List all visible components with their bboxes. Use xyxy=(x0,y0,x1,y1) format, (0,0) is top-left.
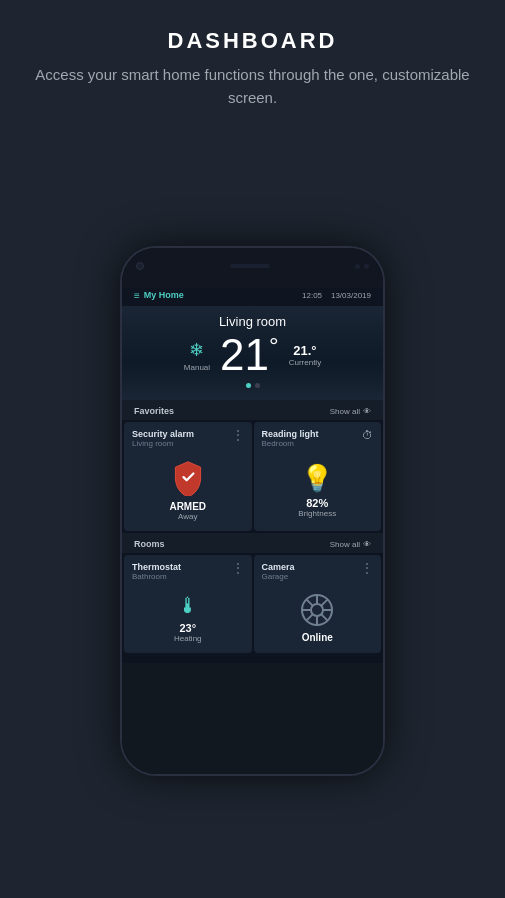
current-temp-label: Currently xyxy=(289,358,321,367)
thermostat-value: 23° xyxy=(179,622,196,634)
dots-indicator xyxy=(246,383,260,388)
aperture-svg xyxy=(299,592,335,628)
dot-inactive xyxy=(255,383,260,388)
phone-wrapper: ≡ My Home 12:05 13/03/2019 Living room ❄… xyxy=(120,124,385,898)
svg-line-9 xyxy=(307,614,313,620)
app-logo-icon: ≡ xyxy=(134,290,140,301)
temp-row: ❄ Manual 21° 21.° Currently xyxy=(184,333,321,377)
light-card-header: Reading light Bedroom ⏱ xyxy=(254,422,382,451)
page-subtitle: Access your smart home functions through… xyxy=(30,64,475,109)
page-header: DASHBOARD Access your smart home functio… xyxy=(0,0,505,119)
reading-light-card[interactable]: Reading light Bedroom ⏱ 💡 82% Brightness xyxy=(254,422,382,531)
mode-col: ❄ Manual xyxy=(184,339,210,372)
bottom-safe xyxy=(122,655,383,663)
camera-menu-icon[interactable]: ⋮ xyxy=(361,562,373,574)
weather-section: Living room ❄ Manual 21° 21.° Currently xyxy=(122,306,383,400)
page-title: DASHBOARD xyxy=(30,28,475,54)
shield-icon-wrap xyxy=(169,459,207,497)
current-temp-col: 21.° Currently xyxy=(289,343,321,367)
clock-icon[interactable]: ⏱ xyxy=(362,429,373,441)
security-menu-icon[interactable]: ⋮ xyxy=(232,429,244,441)
sensor-dots xyxy=(355,264,369,269)
security-card-body: ARMED Away xyxy=(124,451,252,531)
light-card-subtitle: Bedroom xyxy=(262,439,319,448)
svg-line-8 xyxy=(321,600,327,606)
rooms-header: Rooms Show all 👁 xyxy=(122,533,383,553)
rooms-eye-icon: 👁 xyxy=(363,540,371,549)
camera-dot xyxy=(136,262,144,270)
sensor-dot-2 xyxy=(364,264,369,269)
app-name-text: My Home xyxy=(144,290,184,300)
camera-icon xyxy=(299,592,335,628)
thermostat-card-subtitle: Bathroom xyxy=(132,572,181,581)
svg-line-7 xyxy=(321,614,327,620)
armed-label: ARMED xyxy=(169,501,206,512)
camera-card-title: Camera xyxy=(262,562,295,572)
status-bar: ≡ My Home 12:05 13/03/2019 xyxy=(122,284,383,306)
bulb-icon: 💡 xyxy=(301,463,333,494)
thermostat-card[interactable]: Thermostat Bathroom ⋮ 🌡 23° Heating xyxy=(124,555,252,653)
sensor-dot-1 xyxy=(355,264,360,269)
phone-device: ≡ My Home 12:05 13/03/2019 Living room ❄… xyxy=(120,246,385,776)
away-label: Away xyxy=(178,512,197,521)
thermostat-card-body: 🌡 23° Heating xyxy=(124,584,252,653)
rooms-show-all[interactable]: Show all 👁 xyxy=(330,540,371,549)
favorites-show-all[interactable]: Show all 👁 xyxy=(330,407,371,416)
light-card-body: 💡 82% Brightness xyxy=(254,451,382,531)
thermostat-card-header: Thermostat Bathroom ⋮ xyxy=(124,555,252,584)
app-name-bar: ≡ My Home xyxy=(134,290,184,301)
camera-card[interactable]: Camera Garage ⋮ xyxy=(254,555,382,653)
shield-icon xyxy=(170,460,206,496)
camera-card-body: Online xyxy=(254,584,382,653)
security-card-header: Security alarm Living room ⋮ xyxy=(124,422,252,451)
security-alarm-card[interactable]: Security alarm Living room ⋮ ARMED xyxy=(124,422,252,531)
rooms-grid: Thermostat Bathroom ⋮ 🌡 23° Heating xyxy=(122,553,383,655)
dot-active xyxy=(246,383,251,388)
favorites-header: Favorites Show all 👁 xyxy=(122,400,383,420)
online-label: Online xyxy=(302,632,333,643)
svg-line-6 xyxy=(307,600,313,606)
camera-card-header: Camera Garage ⋮ xyxy=(254,555,382,584)
phone-notch xyxy=(122,248,383,284)
status-date: 13/03/2019 xyxy=(331,291,371,300)
favorites-grid: Security alarm Living room ⋮ ARMED xyxy=(122,420,383,533)
status-time: 12:05 xyxy=(302,291,322,300)
current-temp-value: 21.° xyxy=(293,343,316,358)
big-temp-col: 21° xyxy=(220,333,279,377)
status-datetime: 12:05 13/03/2019 xyxy=(302,291,371,300)
rooms-title: Rooms xyxy=(134,539,165,549)
snowflake-icon: ❄ xyxy=(189,339,204,361)
big-temperature: 21° xyxy=(220,330,279,379)
security-card-title: Security alarm xyxy=(132,429,194,439)
mode-label: Manual xyxy=(184,363,210,372)
thermostat-menu-icon[interactable]: ⋮ xyxy=(232,562,244,574)
room-name: Living room xyxy=(219,314,286,329)
eye-icon: 👁 xyxy=(363,407,371,416)
brightness-label: Brightness xyxy=(298,509,336,518)
thermostat-card-title: Thermostat xyxy=(132,562,181,572)
security-card-subtitle: Living room xyxy=(132,439,194,448)
favorites-title: Favorites xyxy=(134,406,174,416)
thermometer-icon: 🌡 xyxy=(177,593,199,619)
phone-screen: ≡ My Home 12:05 13/03/2019 Living room ❄… xyxy=(122,284,383,774)
heating-label: Heating xyxy=(174,634,202,643)
speaker-bar xyxy=(230,264,270,268)
light-card-title: Reading light xyxy=(262,429,319,439)
brightness-value: 82% xyxy=(306,497,328,509)
camera-card-subtitle: Garage xyxy=(262,572,295,581)
